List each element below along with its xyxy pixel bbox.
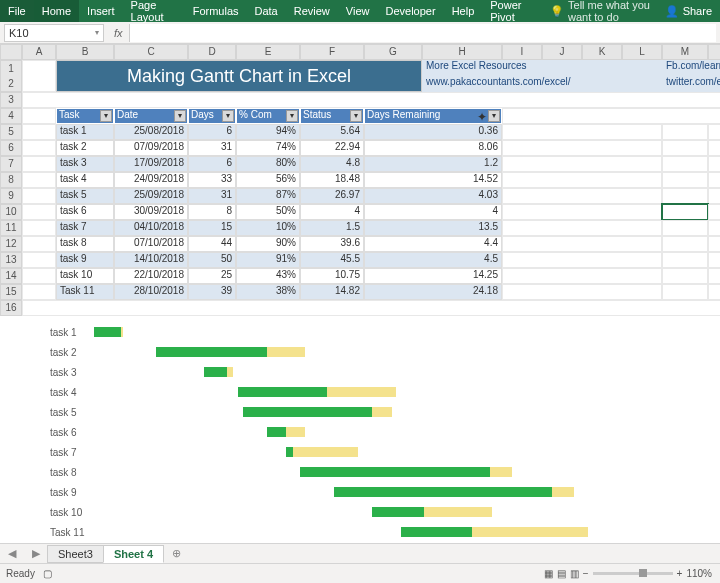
chart-seg-done[interactable] xyxy=(372,507,424,517)
row-11[interactable]: 11 xyxy=(0,220,22,236)
cell-K9[interactable] xyxy=(662,188,708,204)
chart-seg-rem[interactable] xyxy=(424,507,492,517)
name-box[interactable]: K10▾ xyxy=(4,24,104,42)
cell-status[interactable]: 39.6 xyxy=(300,236,364,252)
resources-url[interactable]: www.pakaccountants.com/excel/ xyxy=(422,76,662,92)
chart-seg-done[interactable] xyxy=(243,407,372,417)
cell-date[interactable]: 25/08/2018 xyxy=(114,124,188,140)
row-10[interactable]: 10 xyxy=(0,204,22,220)
ribbon-tab-file[interactable]: File xyxy=(0,0,34,22)
col-C[interactable]: C xyxy=(114,44,188,60)
col-J[interactable]: J xyxy=(542,44,582,60)
chart-seg-rem[interactable] xyxy=(286,427,305,437)
cell-pct[interactable]: 43% xyxy=(236,268,300,284)
chart-seg-rem[interactable] xyxy=(267,347,306,357)
cell-days[interactable]: 6 xyxy=(188,156,236,172)
chart-seg-rem[interactable] xyxy=(552,487,574,497)
col-A[interactable]: A xyxy=(22,44,56,60)
cell-status[interactable]: 10.75 xyxy=(300,268,364,284)
chart-seg-done[interactable] xyxy=(204,367,227,377)
cell-days[interactable]: 39 xyxy=(188,284,236,300)
cell-pct[interactable]: 90% xyxy=(236,236,300,252)
col-M[interactable]: M xyxy=(662,44,708,60)
row-8[interactable]: 8 xyxy=(0,172,22,188)
sheet-tab-sheet3[interactable]: Sheet3 xyxy=(47,545,104,563)
cell-rem[interactable]: 8.06 xyxy=(364,140,502,156)
cell-status[interactable]: 1.5 xyxy=(300,220,364,236)
cell-pct[interactable]: 91% xyxy=(236,252,300,268)
tw-link[interactable]: twitter.com/exceltoe xyxy=(662,76,720,92)
cell-rem[interactable]: 14.52 xyxy=(364,172,502,188)
row-15[interactable]: 15 xyxy=(0,284,22,300)
cell-task[interactable]: task 7 xyxy=(56,220,114,236)
cell-task[interactable]: task 2 xyxy=(56,140,114,156)
cell-pct[interactable]: 80% xyxy=(236,156,300,172)
chart-seg-rem[interactable] xyxy=(472,527,588,537)
cell-date[interactable]: 24/09/2018 xyxy=(114,172,188,188)
row-12[interactable]: 12 xyxy=(0,236,22,252)
col-K[interactable]: K xyxy=(582,44,622,60)
row-7[interactable]: 7 xyxy=(0,156,22,172)
chart-seg-done[interactable] xyxy=(267,427,286,437)
cell-days[interactable]: 50 xyxy=(188,252,236,268)
chart-seg-rem[interactable] xyxy=(372,407,391,417)
cell-pct[interactable]: 38% xyxy=(236,284,300,300)
cell-date[interactable]: 07/09/2018 xyxy=(114,140,188,156)
cell-days[interactable]: 8 xyxy=(188,204,236,220)
tab-nav-prev[interactable]: ◀ xyxy=(0,547,24,560)
chart-seg-rem[interactable] xyxy=(327,387,397,397)
cell-status[interactable]: 26.97 xyxy=(300,188,364,204)
cell-status[interactable]: 5.64 xyxy=(300,124,364,140)
cell-days[interactable]: 25 xyxy=(188,268,236,284)
cell-pct[interactable]: 74% xyxy=(236,140,300,156)
cell-rem[interactable]: 4.4 xyxy=(364,236,502,252)
row-6[interactable]: 6 xyxy=(0,140,22,156)
col-G[interactable]: G xyxy=(364,44,422,60)
cell-task[interactable]: task 3 xyxy=(56,156,114,172)
cell-task[interactable]: task 5 xyxy=(56,188,114,204)
cell-K12[interactable] xyxy=(662,236,708,252)
chart-seg-rem[interactable] xyxy=(121,327,123,337)
cell-pct[interactable]: 87% xyxy=(236,188,300,204)
cell-date[interactable]: 04/10/2018 xyxy=(114,220,188,236)
cell-task[interactable]: task 10 xyxy=(56,268,114,284)
zoom-in-icon[interactable]: + xyxy=(677,568,683,579)
hdr-pct[interactable]: % Com▾ xyxy=(236,108,300,124)
col-N[interactable]: N xyxy=(708,44,720,60)
chart-seg-done[interactable] xyxy=(286,447,293,457)
ribbon-tab-review[interactable]: Review xyxy=(286,0,338,22)
ribbon-tab-data[interactable]: Data xyxy=(247,0,286,22)
cell-K10[interactable] xyxy=(662,204,708,220)
row-4[interactable]: 4 xyxy=(0,108,22,124)
hdr-status[interactable]: Status▾ xyxy=(300,108,364,124)
cell-task[interactable]: task 4 xyxy=(56,172,114,188)
cell-K13[interactable] xyxy=(662,252,708,268)
cell-days[interactable]: 31 xyxy=(188,140,236,156)
cell-status[interactable]: 45.5 xyxy=(300,252,364,268)
chart-seg-rem[interactable] xyxy=(293,447,358,457)
cell-status[interactable]: 22.94 xyxy=(300,140,364,156)
chart-seg-done[interactable] xyxy=(300,467,490,477)
ribbon-tab-developer[interactable]: Developer xyxy=(377,0,443,22)
cell-days[interactable]: 33 xyxy=(188,172,236,188)
zoom-level[interactable]: 110% xyxy=(686,568,712,579)
cell-task[interactable]: task 1 xyxy=(56,124,114,140)
row-13[interactable]: 13 xyxy=(0,252,22,268)
cell-date[interactable]: 07/10/2018 xyxy=(114,236,188,252)
chart-seg-done[interactable] xyxy=(401,527,472,537)
cell-K8[interactable] xyxy=(662,172,708,188)
fx-icon[interactable]: fx xyxy=(108,27,129,39)
cell-task[interactable]: task 9 xyxy=(56,252,114,268)
cell-date[interactable]: 17/09/2018 xyxy=(114,156,188,172)
cell-pct[interactable]: 50% xyxy=(236,204,300,220)
filter-icon[interactable]: ▾ xyxy=(286,110,298,122)
view-break-icon[interactable]: ▥ xyxy=(570,568,579,579)
row-16[interactable]: 16 xyxy=(0,300,22,316)
filter-icon[interactable]: ▾ xyxy=(488,110,500,122)
ribbon-tab-home[interactable]: Home xyxy=(34,0,79,22)
cell-pct[interactable]: 10% xyxy=(236,220,300,236)
fb-link[interactable]: Fb.com/learnexceltoe xyxy=(662,60,720,76)
cell-pct[interactable]: 94% xyxy=(236,124,300,140)
ribbon-tab-view[interactable]: View xyxy=(338,0,378,22)
cell-task[interactable]: task 8 xyxy=(56,236,114,252)
